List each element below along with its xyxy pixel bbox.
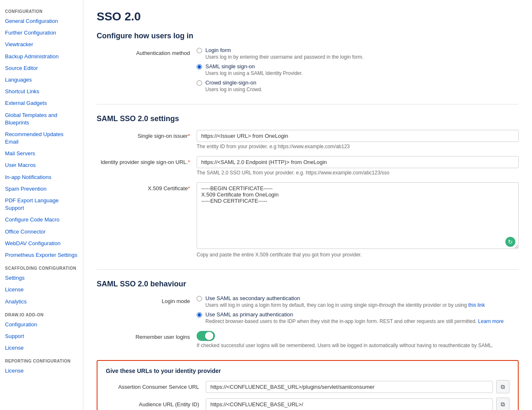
sidebar-item-backup-administration[interactable]: Backup Administration — [0, 51, 83, 62]
url-provider-heading: Give these URLs to your identity provide… — [106, 368, 510, 374]
help-text-single-sign-on-issuer: The entity ID from your provider. e.g ht… — [197, 144, 519, 149]
toggle-knob — [205, 332, 213, 340]
field-row-x509-cert: X.509 Certificate*-----BEGIN CERTIFICATE… — [97, 182, 519, 258]
login-mode-radio-primary-auth[interactable] — [197, 312, 202, 318]
configure-login-section: Configure how users log in Authenticatio… — [97, 32, 519, 92]
sidebar-item-license[interactable]: License — [0, 284, 83, 296]
field-control-wrap-x509-cert: -----BEGIN CERTIFICATE----- X.509 Certif… — [197, 182, 519, 258]
login-mode-label-primary-auth: Use SAML as primary authentication — [205, 311, 504, 318]
radio-desc-login-form: Users log in by entering their username … — [205, 54, 364, 60]
url-provider-rows: Assertion Consumer Service URL⧉Audience … — [106, 380, 510, 410]
radio-saml-sso[interactable] — [197, 64, 202, 70]
required-marker: * — [188, 133, 190, 139]
login-mode-link-primary-auth[interactable]: Learn more — [478, 318, 504, 324]
radio-option-saml-sso[interactable]: SAML single sign-onUsers log in using a … — [197, 63, 519, 76]
auth-method-radio-group: Login formUsers log in by entering their… — [197, 47, 519, 92]
field-row-single-sign-on-issuer: Single sign-on issuer*The entity ID from… — [97, 130, 519, 149]
refresh-icon[interactable]: ↻ — [505, 237, 515, 247]
sidebar-item-external-gadgets[interactable]: External Gadgets — [0, 97, 83, 109]
field-label-idp-sign-on-url: Identity provider single sign-on URL.* — [97, 156, 197, 166]
radio-crowd-sso[interactable] — [197, 80, 202, 86]
remember-logins-row: Remember user logins If checked successf… — [97, 331, 519, 348]
field-row-idp-sign-on-url: Identity provider single sign-on URL.*Th… — [97, 156, 519, 176]
auth-method-options: Login formUsers log in by entering their… — [197, 47, 519, 92]
auth-method-row: Authentication method Login formUsers lo… — [97, 47, 519, 92]
sidebar-item-settings[interactable]: Settings — [0, 272, 83, 284]
remember-logins-label: Remember user logins — [97, 331, 197, 341]
sidebar-item-global-templates-blueprints[interactable]: Global Templates and Blueprints — [0, 109, 83, 129]
login-mode-label-secondary-auth: Use SAML as secondary authentication — [205, 295, 485, 301]
sidebar-item-drawio-configuration[interactable]: Configuration — [0, 319, 83, 330]
sidebar-item-drawio-license[interactable]: License — [0, 342, 83, 354]
sidebar-section-label: Configuration — [0, 4, 83, 15]
sidebar-item-general-configuration[interactable]: General Configuration — [0, 15, 83, 27]
radio-login-form[interactable] — [197, 48, 202, 53]
sidebar-item-recommended-updates-email[interactable]: Recommended Updates Email — [0, 129, 83, 148]
url-label-audience-url: Audience URL (Entity ID) — [106, 401, 206, 408]
input-idp-sign-on-url[interactable] — [197, 156, 519, 168]
field-control-wrap-idp-sign-on-url: The SAML 2.0 SSO URL from your provider.… — [197, 156, 519, 176]
sidebar-item-viewtracker[interactable]: Viewtracker — [0, 39, 83, 50]
sidebar-item-analytics[interactable]: Analytics — [0, 296, 83, 308]
url-row-audience-url: Audience URL (Entity ID)⧉ — [106, 398, 510, 410]
sidebar-item-drawio-support[interactable]: Support — [0, 330, 83, 342]
url-label-acs-url: Assertion Consumer Service URL — [106, 384, 206, 390]
login-mode-options: Use SAML as secondary authenticationUser… — [197, 295, 519, 324]
input-single-sign-on-issuer[interactable] — [197, 130, 519, 142]
sidebar-item-user-macros[interactable]: User Macros — [0, 159, 83, 171]
sidebar-item-mail-servers[interactable]: Mail Servers — [0, 148, 83, 159]
radio-label-crowd-sso: Crowd single-sign-on — [205, 80, 262, 86]
radio-option-login-form[interactable]: Login formUsers log in by entering their… — [197, 47, 519, 60]
required-marker: * — [188, 159, 190, 165]
url-input-wrap-audience-url: ⧉ — [206, 398, 510, 410]
url-input-audience-url[interactable] — [206, 398, 493, 410]
sidebar-item-source-editor[interactable]: Source Editor — [0, 62, 83, 74]
textarea-wrap-x509-cert: -----BEGIN CERTIFICATE----- X.509 Certif… — [197, 182, 519, 250]
auth-method-label: Authentication method — [97, 47, 197, 57]
remember-logins-toggle[interactable] — [197, 331, 215, 341]
sidebar-item-webdav-configuration[interactable]: WebDAV Configuration — [0, 238, 83, 249]
url-input-acs-url[interactable] — [206, 381, 493, 393]
page-title: SSO 2.0 — [97, 10, 519, 23]
radio-label-login-form: Login form — [205, 47, 364, 53]
sidebar-item-shortcut-links[interactable]: Shortcut Links — [0, 86, 83, 97]
login-mode-radio-group: Use SAML as secondary authenticationUser… — [197, 295, 519, 324]
sidebar-item-configure-code-macro[interactable]: Configure Code Macro — [0, 214, 83, 226]
radio-option-crowd-sso[interactable]: Crowd single-sign-onUsers log in using C… — [197, 80, 519, 92]
saml-fields: Single sign-on issuer*The entity ID from… — [97, 130, 519, 258]
remember-logins-help: If checked successful user logins will b… — [197, 343, 519, 348]
sidebar-section-label: Scaffolding Configuration — [0, 261, 83, 272]
url-row-acs-url: Assertion Consumer Service URL⧉ — [106, 380, 510, 393]
login-mode-option-primary-auth[interactable]: Use SAML as primary authenticationRedire… — [197, 311, 519, 324]
field-label-single-sign-on-issuer: Single sign-on issuer* — [97, 130, 197, 140]
login-mode-label: Login mode — [97, 295, 197, 305]
required-marker: * — [188, 185, 190, 191]
login-mode-link-secondary-auth[interactable]: this link — [468, 302, 485, 308]
sidebar-item-reporting-license[interactable]: License — [0, 365, 83, 377]
sidebar-item-pdf-export-language-support[interactable]: PDF Export Language Support — [0, 195, 83, 214]
saml-behaviour-heading: SAML SSO 2.0 behaviour — [97, 280, 519, 288]
copy-button-acs-url[interactable]: ⧉ — [496, 380, 510, 393]
login-mode-option-secondary-auth[interactable]: Use SAML as secondary authenticationUser… — [197, 295, 519, 308]
url-provider-box: Give these URLs to your identity provide… — [97, 360, 519, 410]
login-mode-desc-secondary-auth: Users will log in using a login form by … — [205, 302, 485, 308]
sidebar-item-further-configuration[interactable]: Further Configuration — [0, 27, 83, 39]
sidebar-item-spam-prevention[interactable]: Spam Prevention — [0, 183, 83, 195]
sidebar-section-label: Draw.io Add-On — [0, 308, 83, 319]
saml-settings-section: SAML SSO 2.0 settings Single sign-on iss… — [97, 114, 519, 258]
configure-login-heading: Configure how users log in — [97, 32, 519, 40]
sidebar: ConfigurationGeneral ConfigurationFurthe… — [0, 0, 83, 410]
radio-label-saml-sso: SAML single sign-on — [205, 63, 303, 70]
sidebar-item-prometheus-exporter-settings[interactable]: Prometheus Exporter Settings — [0, 249, 83, 261]
saml-behaviour-section: SAML SSO 2.0 behaviour Login mode Use SA… — [97, 280, 519, 348]
textarea-x509-cert[interactable]: -----BEGIN CERTIFICATE----- X.509 Certif… — [197, 182, 519, 249]
saml-settings-heading: SAML SSO 2.0 settings — [97, 114, 519, 123]
copy-button-audience-url[interactable]: ⧉ — [496, 398, 510, 410]
login-mode-radio-secondary-auth[interactable] — [197, 296, 202, 301]
sidebar-item-in-app-notifications[interactable]: In-app Notifications — [0, 171, 83, 183]
sidebar-item-languages[interactable]: Languages — [0, 74, 83, 86]
field-control-wrap-single-sign-on-issuer: The entity ID from your provider. e.g ht… — [197, 130, 519, 149]
help-text-x509-cert: Copy and paste the entire X.509 certific… — [197, 252, 519, 258]
field-label-x509-cert: X.509 Certificate* — [97, 182, 197, 192]
sidebar-item-office-connector[interactable]: Office Connector — [0, 226, 83, 238]
